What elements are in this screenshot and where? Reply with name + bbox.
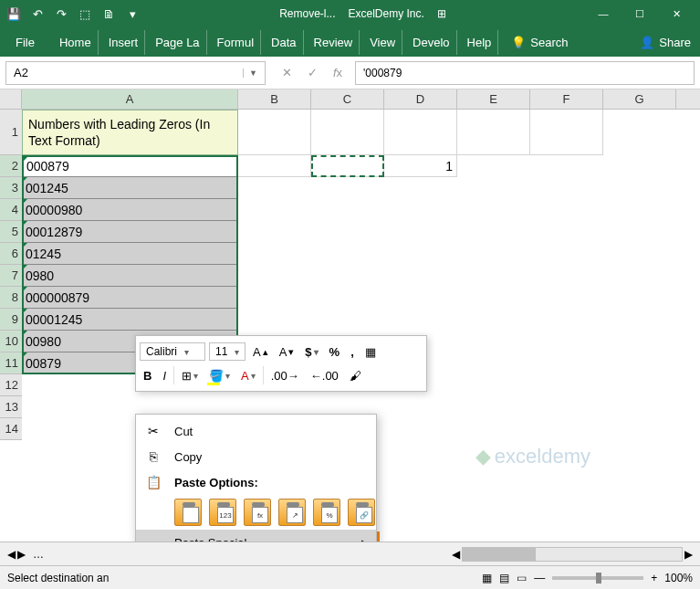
- row-header-3[interactable]: 3: [0, 177, 22, 199]
- minimize-icon[interactable]: —: [585, 0, 622, 27]
- name-box[interactable]: A2 ▼: [5, 61, 266, 85]
- row-header-14[interactable]: 14: [0, 418, 22, 440]
- view-page-icon[interactable]: ▤: [499, 572, 509, 584]
- cell-a5[interactable]: 00012879: [22, 221, 238, 243]
- cell-d2-copied[interactable]: 1: [384, 155, 457, 177]
- view-normal-icon[interactable]: ▦: [482, 572, 492, 584]
- cell-a7[interactable]: 0980: [22, 265, 238, 287]
- row-header-2[interactable]: 2: [0, 155, 22, 177]
- font-size[interactable]: 11▾: [209, 342, 246, 361]
- col-header-a[interactable]: A: [22, 89, 238, 109]
- increase-decimal-icon[interactable]: ←.00: [307, 365, 342, 385]
- tab-formulas[interactable]: Formul: [211, 30, 261, 55]
- font-color-icon[interactable]: A▾: [237, 365, 259, 385]
- cm-paste-special[interactable]: Paste Special... ▶: [136, 530, 376, 542]
- col-header-f[interactable]: F: [530, 89, 603, 109]
- window-icon[interactable]: ⊞: [437, 7, 446, 20]
- increase-font-icon[interactable]: A▴: [249, 342, 272, 362]
- col-header-d[interactable]: D: [384, 89, 457, 109]
- tab-insert[interactable]: Insert: [102, 30, 146, 55]
- tab-developer[interactable]: Develo: [406, 30, 456, 55]
- cm-cut[interactable]: ✂ Cut: [136, 418, 376, 444]
- cell-a4[interactable]: 00000980: [22, 199, 238, 221]
- borders-icon[interactable]: ▦: [361, 342, 380, 362]
- paste-link-icon[interactable]: 🔗: [348, 499, 375, 526]
- row-header-13[interactable]: 13: [0, 396, 22, 418]
- row-header-8[interactable]: 8: [0, 287, 22, 309]
- hscroll-track[interactable]: [462, 547, 683, 562]
- decrease-font-icon[interactable]: A▾: [276, 342, 298, 362]
- cell-a3[interactable]: 001245: [22, 177, 238, 199]
- cell[interactable]: [384, 110, 457, 155]
- row-header-10[interactable]: 10: [0, 331, 22, 352]
- fx-icon[interactable]: fx: [328, 63, 348, 83]
- cell-a2-active[interactable]: 000879: [22, 155, 238, 177]
- tab-home[interactable]: Home: [53, 30, 99, 55]
- hscroll-thumb[interactable]: [463, 548, 536, 561]
- comma-icon[interactable]: ,: [347, 342, 358, 362]
- maximize-icon[interactable]: ☐: [622, 0, 658, 27]
- zoom-out-icon[interactable]: —: [534, 572, 545, 584]
- undo-icon[interactable]: ↶: [29, 5, 46, 22]
- formula-bar[interactable]: '000879: [355, 61, 695, 85]
- font-name[interactable]: Calibri▾: [140, 342, 205, 361]
- save-icon[interactable]: 💾: [5, 5, 22, 22]
- row-header-11[interactable]: 11: [0, 352, 22, 374]
- cancel-formula-icon[interactable]: ✕: [277, 63, 297, 83]
- row-header-6[interactable]: 6: [0, 243, 22, 265]
- tab-page-layout[interactable]: Page La: [149, 30, 206, 55]
- percent-icon[interactable]: %: [326, 342, 344, 362]
- touch-icon[interactable]: ⬚: [77, 5, 93, 22]
- col-header-e[interactable]: E: [457, 89, 530, 109]
- cell[interactable]: [311, 155, 384, 177]
- redo-icon[interactable]: ↷: [53, 5, 69, 22]
- italic-icon[interactable]: I: [159, 365, 170, 385]
- qat-more-icon[interactable]: ▾: [124, 5, 141, 22]
- zoom-level[interactable]: 100%: [664, 572, 693, 584]
- sheet-nav-first-icon[interactable]: ◀: [7, 548, 16, 561]
- col-header-b[interactable]: B: [238, 89, 311, 109]
- tab-data[interactable]: Data: [265, 30, 303, 55]
- tab-file[interactable]: File: [9, 30, 49, 55]
- paste-transpose-icon[interactable]: ↗: [278, 499, 306, 526]
- cell[interactable]: [311, 110, 384, 155]
- view-break-icon[interactable]: ▭: [517, 572, 527, 584]
- cell-a8[interactable]: 000000879: [22, 287, 238, 309]
- cell-a1-header[interactable]: Numbers with Leading Zeros (In Text Form…: [22, 110, 238, 155]
- cm-copy[interactable]: ⎘ Copy: [136, 444, 376, 469]
- decrease-decimal-icon[interactable]: .00→: [267, 365, 303, 385]
- col-header-g[interactable]: G: [603, 89, 676, 109]
- row-header-12[interactable]: 12: [0, 374, 22, 396]
- row-header-7[interactable]: 7: [0, 265, 22, 287]
- border-icon[interactable]: ⊞▾: [178, 365, 202, 385]
- paste-formatting-icon[interactable]: %: [313, 499, 340, 526]
- select-all-corner[interactable]: [0, 89, 22, 109]
- cell[interactable]: [530, 110, 603, 155]
- zoom-in-icon[interactable]: +: [651, 572, 657, 584]
- format-painter-icon[interactable]: 🖌: [346, 365, 365, 385]
- cell[interactable]: [238, 155, 311, 177]
- hscroll-left-icon[interactable]: ◀: [452, 548, 460, 561]
- row-header-4[interactable]: 4: [0, 199, 22, 221]
- hscroll-right-icon[interactable]: ▶: [684, 548, 693, 561]
- fill-color-icon[interactable]: 🪣▾: [205, 365, 234, 385]
- tab-view[interactable]: View: [363, 30, 402, 55]
- enter-formula-icon[interactable]: ✓: [302, 63, 322, 83]
- sheet-nav-next-icon[interactable]: ▶: [17, 548, 26, 561]
- cell-a9[interactable]: 00001245: [22, 309, 238, 331]
- tab-help[interactable]: Help: [461, 30, 499, 55]
- col-header-c[interactable]: C: [311, 89, 384, 109]
- name-box-dropdown-icon[interactable]: ▼: [243, 68, 257, 78]
- bold-icon[interactable]: B: [140, 365, 155, 385]
- cell-a6[interactable]: 01245: [22, 243, 238, 265]
- row-header-5[interactable]: 5: [0, 221, 22, 243]
- cell[interactable]: [457, 110, 530, 155]
- zoom-slider[interactable]: [552, 576, 643, 580]
- currency-icon[interactable]: $▾: [301, 342, 321, 362]
- close-icon[interactable]: ✕: [658, 0, 695, 27]
- paste-default-icon[interactable]: [174, 499, 202, 526]
- paste-formulas-icon[interactable]: fx: [244, 499, 271, 526]
- print-preview-icon[interactable]: 🗎: [100, 5, 117, 22]
- cell[interactable]: [238, 110, 311, 155]
- row-header-9[interactable]: 9: [0, 309, 22, 331]
